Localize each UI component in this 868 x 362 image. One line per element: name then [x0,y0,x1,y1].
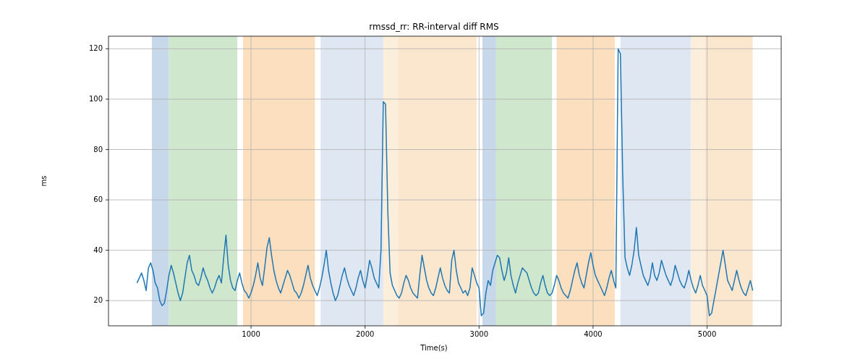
bg-span [320,36,383,326]
y-tick-label: 20 [93,296,103,304]
x-tick-label: 1000 [242,330,260,338]
y-tick-label: 80 [93,146,103,153]
x-ticks: 10002000300040005000 [242,326,716,338]
x-tick-label: 5000 [698,330,716,338]
bg-span [152,36,169,326]
bg-span [556,36,614,326]
y-tick-label: 100 [89,95,103,103]
x-tick-label: 2000 [356,330,374,338]
chart-canvas: 10002000300040005000 20406080100120 [0,0,868,362]
bg-span [496,36,552,326]
bg-span [169,36,238,326]
y-tick-label: 120 [89,44,103,52]
x-tick-label: 3000 [470,330,488,338]
bg-span [383,36,398,326]
y-tick-label: 40 [93,246,103,254]
bg-span [691,36,705,326]
y-ticks: 20406080100120 [89,44,109,304]
figure: rmssd_rr: RR-interval diff RMS ms Time(s… [0,0,868,362]
x-tick-label: 4000 [584,330,602,338]
y-tick-label: 60 [93,195,103,203]
